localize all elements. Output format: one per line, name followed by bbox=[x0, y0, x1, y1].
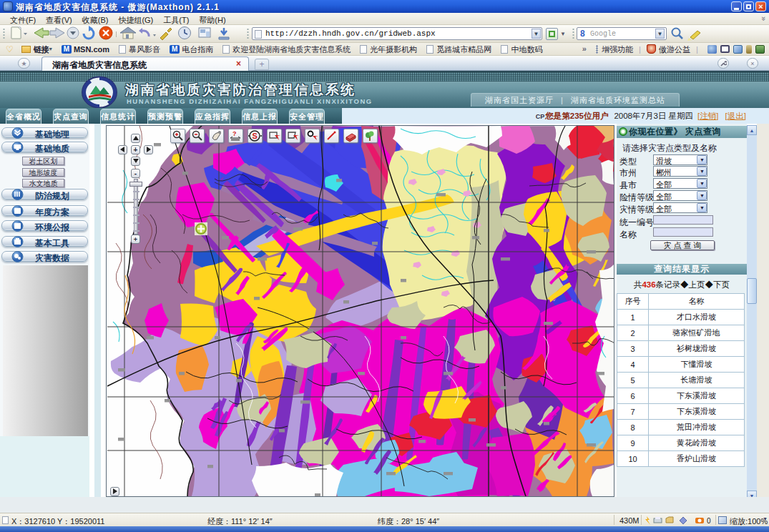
svg-text:0: 0 bbox=[707, 517, 711, 525]
svg-text:?: ? bbox=[232, 130, 237, 137]
svg-text:S: S bbox=[253, 132, 258, 140]
